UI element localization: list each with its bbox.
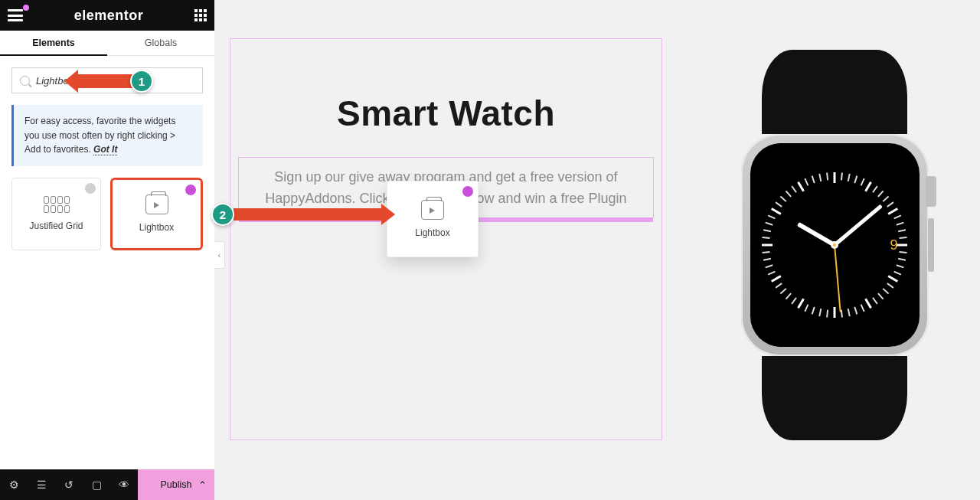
lightbox-icon	[421, 200, 444, 220]
tab-elements[interactable]: Elements	[0, 31, 107, 55]
chevron-up-icon: ⌃	[198, 479, 207, 491]
dial-tick	[776, 283, 782, 288]
search-icon	[20, 76, 30, 86]
dial-pivot	[831, 241, 838, 249]
watch-crown	[926, 176, 936, 207]
dial-tick	[818, 309, 822, 316]
tab-globals[interactable]: Globals	[107, 31, 214, 55]
dial-tick	[768, 271, 776, 276]
dial-tick	[864, 298, 872, 309]
annotation-marker-2: 2	[211, 203, 234, 226]
annotation-arrow-2	[234, 208, 383, 221]
panel-footer: ⚙ ☰ ↺ ▢ 👁 Publish ⌃	[0, 469, 214, 500]
justified-grid-icon	[44, 196, 70, 213]
got-it-link[interactable]: Got It	[93, 144, 117, 155]
notification-dot-icon	[23, 5, 29, 11]
dial-tick	[834, 307, 836, 318]
dial-tick	[854, 175, 858, 183]
dial-tick	[765, 222, 773, 226]
watch-band-bottom	[762, 356, 907, 440]
dial-tick	[893, 214, 901, 219]
dial-tick	[791, 186, 796, 193]
apps-grid-icon[interactable]	[194, 9, 207, 21]
chevron-left-icon: ‹	[218, 251, 220, 260]
dial-tick	[763, 258, 771, 261]
dial-tick	[804, 178, 808, 186]
dial-tick	[780, 196, 787, 202]
dial-tick	[898, 229, 906, 232]
watch-face: 9	[750, 143, 920, 347]
dial-tick	[841, 172, 843, 180]
widget-lightbox[interactable]: Lightbox	[110, 178, 203, 250]
widget-source-badge-icon	[85, 183, 96, 194]
watch-case: 9	[741, 134, 929, 356]
dial-tick	[899, 237, 906, 239]
watch-band-top	[762, 50, 907, 134]
dial-tick	[768, 214, 776, 219]
dial-tick	[897, 244, 907, 247]
dial-tick	[864, 181, 872, 192]
dial-tick	[812, 175, 815, 183]
panel-collapse-handle[interactable]: ‹	[214, 241, 225, 269]
dial-tick	[763, 229, 771, 232]
widget-justified-grid[interactable]: Justified Grid	[11, 178, 101, 250]
dial-tick	[877, 292, 884, 299]
settings-icon[interactable]: ⚙	[0, 469, 28, 500]
dial-tick	[791, 297, 796, 304]
dial-tick	[861, 178, 865, 186]
dial-date: 9	[890, 237, 897, 253]
dial-tick	[872, 186, 877, 193]
dial-tick	[898, 258, 906, 261]
dial-tick	[887, 275, 898, 283]
preview-icon[interactable]: 👁	[110, 469, 138, 500]
dial-tick	[848, 309, 851, 316]
dial-tick	[834, 172, 836, 183]
dial-tick	[765, 264, 773, 268]
dial-tick	[897, 222, 904, 226]
dragging-widget-ghost: Lightbox	[387, 181, 479, 257]
dial-tick	[812, 307, 815, 315]
dial-tick	[771, 275, 782, 283]
dial-tick	[826, 309, 828, 317]
dial-tick	[771, 208, 782, 215]
dial-tick	[797, 181, 805, 192]
menu-icon[interactable]	[8, 9, 23, 21]
panel-header: elementor	[0, 0, 214, 31]
elementor-panel: elementor Elements Globals For easy acce…	[0, 0, 214, 469]
dial-tick	[877, 191, 884, 198]
widget-source-badge-icon	[462, 186, 473, 197]
dial-tick	[887, 201, 893, 207]
annotation-marker-1: 1	[130, 70, 153, 93]
publish-button[interactable]: Publish ⌃	[138, 469, 214, 500]
favorites-tip: For easy access, favorite the widgets yo…	[11, 105, 203, 166]
publish-label: Publish	[161, 479, 192, 490]
dial-tick	[882, 288, 889, 294]
navigator-icon[interactable]: ☰	[28, 469, 55, 500]
dial-tick	[893, 271, 901, 276]
dial-tick	[897, 264, 904, 268]
brand-logo: elementor	[74, 8, 144, 24]
widget-label: Justified Grid	[29, 221, 83, 231]
dial-tick	[861, 304, 865, 312]
widget-list: Justified Grid Lightbox	[0, 178, 214, 250]
heading-widget[interactable]: Smart Watch	[230, 93, 662, 134]
dial-tick	[826, 172, 828, 180]
widget-source-badge-icon	[185, 185, 196, 195]
dial-tick	[762, 244, 773, 247]
dial-tick	[848, 174, 851, 181]
dial-tick	[804, 304, 808, 312]
widget-label: Lightbox	[139, 222, 174, 233]
dial-tick	[882, 196, 889, 202]
dial-tick	[887, 283, 893, 288]
dial-tick	[786, 292, 792, 299]
dial-tick	[818, 174, 822, 181]
widget-label: Lightbox	[415, 227, 449, 238]
dial-tick	[780, 288, 787, 294]
dial-tick	[762, 251, 769, 253]
dial-tick	[776, 201, 782, 207]
lightbox-icon	[145, 194, 168, 214]
responsive-icon[interactable]: ▢	[83, 469, 110, 500]
annotation-arrow-1	[77, 74, 134, 88]
history-icon[interactable]: ↺	[55, 469, 83, 500]
dial-tick	[854, 307, 858, 315]
